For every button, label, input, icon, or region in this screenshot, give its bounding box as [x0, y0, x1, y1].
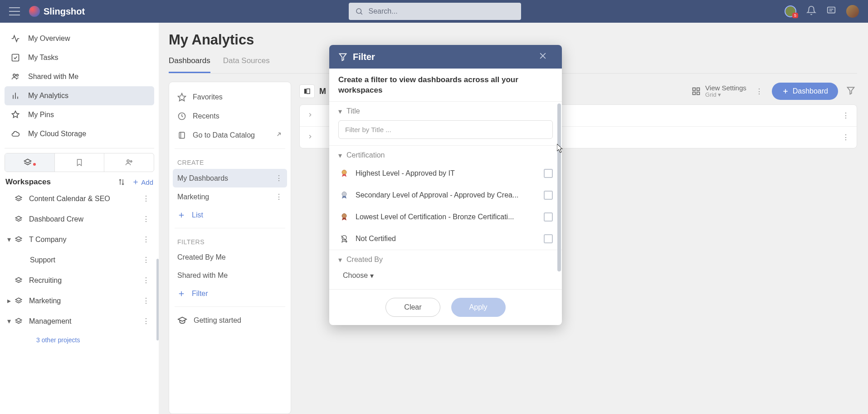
- my-dashboards-item[interactable]: My Dashboards ⋮: [173, 169, 287, 187]
- sidebar-item-overview[interactable]: My Overview: [5, 29, 154, 48]
- chevron-down-icon: ▾: [718, 92, 721, 99]
- created-by-me-item[interactable]: Created By Me: [173, 248, 287, 266]
- more-icon[interactable]: ⋮: [842, 133, 849, 142]
- view-settings-label: View Settings: [705, 84, 746, 92]
- recents-item[interactable]: Recents: [173, 107, 287, 126]
- svg-marker-22: [178, 94, 186, 101]
- layers-icon: [15, 297, 23, 305]
- favorites-item[interactable]: Favorites: [173, 88, 287, 107]
- workspace-item[interactable]: Content Calendar & SEO ⋮: [5, 188, 154, 209]
- svg-point-44: [342, 213, 346, 218]
- workspace-item[interactable]: ▾ T Company ⋮: [5, 229, 154, 250]
- certification-option[interactable]: Not Certified: [329, 228, 562, 250]
- bell-icon[interactable]: [806, 5, 816, 17]
- svg-marker-39: [340, 54, 346, 60]
- people-icon: [125, 158, 134, 167]
- apply-button[interactable]: Apply: [451, 298, 506, 317]
- triangle-down-icon: ▾: [338, 107, 342, 116]
- add-filter-item[interactable]: Filter: [173, 285, 287, 303]
- marketing-item[interactable]: Marketing ⋮: [173, 187, 287, 206]
- sidebar-item-analytics[interactable]: My Analytics: [5, 86, 154, 105]
- sidebar-item-shared[interactable]: Shared with Me: [5, 67, 154, 86]
- app-logo[interactable]: Slingshot: [29, 6, 85, 17]
- more-icon[interactable]: ⋮: [141, 255, 151, 265]
- add-list-item[interactable]: List: [173, 206, 287, 224]
- tab-dashboards[interactable]: Dashboards: [169, 53, 210, 73]
- layers-icon: [15, 195, 23, 203]
- checkbox[interactable]: [544, 191, 553, 200]
- certification-option[interactable]: Highest Level - Approved by IT: [329, 163, 562, 184]
- chevron-right-icon[interactable]: [307, 112, 313, 120]
- title-filter-input[interactable]: [338, 120, 553, 139]
- badge-silver-icon: [339, 190, 349, 200]
- workspace-name: T Company: [29, 236, 141, 244]
- triangle-down-icon: ▾: [338, 151, 342, 160]
- clear-button[interactable]: Clear: [385, 298, 440, 317]
- more-icon[interactable]: ⋮: [141, 214, 151, 224]
- scrollbar[interactable]: [156, 259, 159, 340]
- toolbar-people-button[interactable]: [104, 153, 154, 172]
- svg-point-12: [127, 160, 129, 162]
- workspace-item[interactable]: Recruiting ⋮: [5, 270, 154, 291]
- sort-icon[interactable]: [117, 178, 126, 186]
- chat-icon[interactable]: [826, 5, 836, 17]
- more-icon[interactable]: ⋮: [842, 111, 849, 120]
- more-icon[interactable]: ⋮: [141, 234, 151, 245]
- more-icon[interactable]: ⋮: [141, 193, 151, 204]
- title-section-header[interactable]: ▾ Title: [329, 102, 562, 118]
- data-catalog-item[interactable]: Go to Data Catalog: [173, 126, 287, 145]
- more-icon[interactable]: ⋮: [141, 275, 151, 286]
- shared-with-me-item[interactable]: Shared with Me: [173, 266, 287, 285]
- more-icon[interactable]: ⋮: [753, 86, 766, 97]
- checkbox[interactable]: [544, 234, 553, 243]
- getting-started-item[interactable]: Getting started: [173, 310, 287, 330]
- sidebar-item-cloud[interactable]: My Cloud Storage: [5, 124, 154, 143]
- hamburger-menu-icon[interactable]: [9, 7, 20, 15]
- other-projects-link[interactable]: 3 other projects: [5, 331, 154, 350]
- choose-dropdown[interactable]: Choose ▾: [343, 271, 553, 280]
- more-icon[interactable]: ⋮: [141, 316, 151, 326]
- close-button[interactable]: [538, 51, 553, 62]
- filter-button[interactable]: [844, 86, 857, 97]
- more-icon[interactable]: ⋮: [141, 296, 151, 306]
- user-avatar-notif[interactable]: 5: [785, 5, 796, 17]
- new-dashboard-button[interactable]: Dashboard: [772, 83, 838, 100]
- created-by-section-header[interactable]: ▾ Created By: [329, 250, 562, 267]
- topbar: Slingshot Search... 5: [0, 0, 868, 23]
- search-input[interactable]: Search...: [349, 3, 521, 20]
- more-icon[interactable]: ⋮: [275, 192, 283, 201]
- certification-section-header[interactable]: ▾ Certification: [329, 146, 562, 163]
- chevron-right-icon[interactable]: ▸: [7, 296, 14, 305]
- chevron-down-icon[interactable]: ▾: [7, 317, 14, 325]
- workspace-subitem[interactable]: Support ⋮: [5, 250, 154, 270]
- workspace-item[interactable]: Dashboard Crew ⋮: [5, 209, 154, 229]
- workspace-item[interactable]: ▸ Marketing ⋮: [5, 291, 154, 311]
- certification-option[interactable]: Secondary Level of Approval - Approved b…: [329, 184, 562, 206]
- checkbox[interactable]: [544, 212, 553, 222]
- graduation-cap-icon: [177, 315, 187, 325]
- certification-option[interactable]: Lowest Level of Certification - Bronze C…: [329, 206, 562, 228]
- check-square-icon: [11, 53, 20, 62]
- collapse-panel-button[interactable]: [299, 84, 315, 98]
- plus-icon: [782, 88, 789, 95]
- tab-data-sources[interactable]: Data Sources: [223, 53, 270, 73]
- scrollbar[interactable]: [557, 104, 561, 271]
- more-icon[interactable]: ⋮: [275, 174, 283, 182]
- workspace-name: Management: [29, 317, 141, 325]
- add-workspace-button[interactable]: Add: [132, 178, 153, 186]
- checkbox[interactable]: [544, 169, 553, 178]
- user-profile-avatar[interactable]: [846, 5, 859, 18]
- view-settings[interactable]: View Settings Grid▾: [692, 84, 746, 99]
- workspace-item[interactable]: ▾ Management ⋮: [5, 311, 154, 331]
- toolbar-bookmark-button[interactable]: [55, 153, 105, 172]
- workspaces-header: Workspaces Add: [5, 172, 154, 188]
- sidebar-item-tasks[interactable]: My Tasks: [5, 48, 154, 67]
- chevron-right-icon[interactable]: [307, 133, 313, 142]
- badge-none-icon: [339, 234, 349, 244]
- sidebar-item-label: My Analytics: [28, 92, 68, 100]
- grid-title: M: [319, 87, 326, 96]
- chevron-down-icon[interactable]: ▾: [7, 235, 14, 244]
- toolbar-layers-button[interactable]: [5, 153, 55, 172]
- recents-label: Recents: [193, 112, 219, 120]
- sidebar-item-pins[interactable]: My Pins: [5, 105, 154, 124]
